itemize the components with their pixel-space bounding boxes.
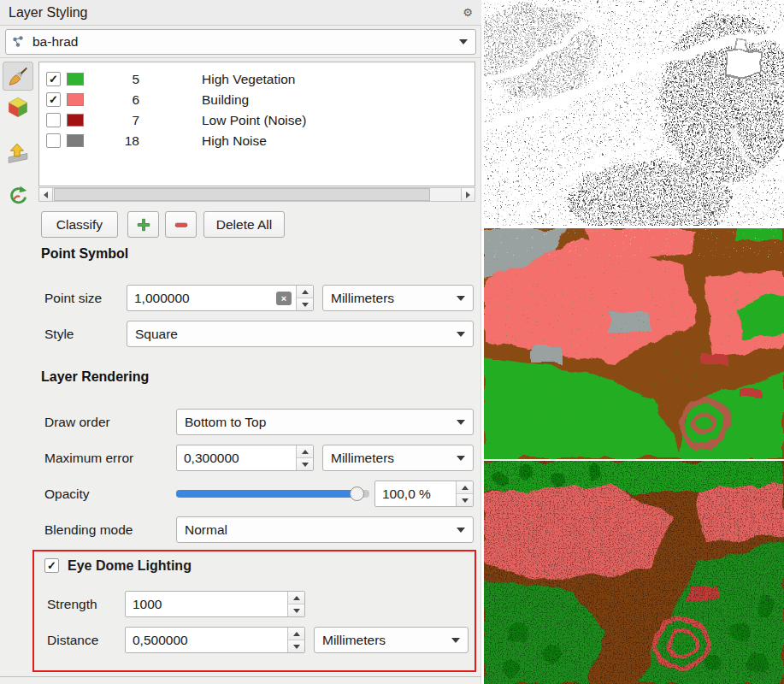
map-preview-column	[484, 0, 784, 684]
spin-down-arrow-icon	[302, 463, 309, 467]
scroll-right-arrow-icon	[466, 192, 470, 198]
spin-down-button[interactable]	[297, 458, 313, 470]
preview-sketch-render	[484, 0, 784, 226]
class-row[interactable]: 18 High Noise 1,	[39, 131, 475, 151]
eye-dome-lighting-checkbox[interactable]: ✓	[44, 558, 59, 573]
distance-unit-select[interactable]: Millimeters	[314, 627, 469, 653]
spin-down-arrow-icon	[302, 303, 309, 307]
class-label: Low Point (Noise)	[202, 110, 306, 131]
layer-selector-bar: ba-hrad	[0, 26, 481, 58]
class-code: 7	[103, 110, 139, 131]
point-symbol-heading: Point Symbol	[41, 246, 128, 262]
point-size-unit-select[interactable]: Millimeters	[322, 285, 474, 311]
styling-tab-strip	[2, 62, 36, 212]
tab-elevation[interactable]	[3, 139, 33, 168]
class-color-swatch[interactable]	[67, 114, 84, 127]
scroll-left-button[interactable]	[39, 188, 53, 201]
spin-down-arrow-icon	[462, 498, 469, 503]
spinner	[456, 481, 473, 506]
tab-history[interactable]	[3, 181, 33, 210]
class-visibility-checkbox[interactable]: ✓	[46, 92, 61, 107]
chevron-down-icon	[457, 332, 465, 337]
style-select[interactable]: Square	[127, 321, 474, 347]
distance-label: Distance	[47, 627, 98, 653]
tab-3d-symbology[interactable]	[3, 92, 33, 121]
scroll-right-button[interactable]	[461, 188, 475, 201]
eye-dome-lighting-heading: Eye Dome Lighting	[68, 557, 192, 574]
point-cloud-classification-image	[484, 228, 784, 459]
preview-edl-render	[484, 461, 784, 684]
draw-order-select[interactable]: Bottom to Top	[176, 409, 474, 435]
class-visibility-checkbox[interactable]: ✓	[46, 72, 61, 86]
delete-all-button[interactable]: Delete All	[203, 211, 285, 238]
class-color-swatch[interactable]	[67, 73, 84, 86]
blending-mode-select[interactable]: Normal	[176, 516, 474, 543]
spin-up-button[interactable]	[297, 286, 313, 298]
chevron-down-icon	[459, 39, 468, 44]
class-color-swatch[interactable]	[67, 134, 84, 147]
blending-mode-label: Blending mode	[44, 516, 133, 543]
spin-down-arrow-icon	[293, 645, 300, 649]
chevron-down-icon	[457, 456, 465, 461]
class-label: Building	[202, 90, 249, 110]
class-visibility-checkbox[interactable]	[46, 113, 61, 127]
spin-down-button[interactable]	[457, 494, 473, 506]
spin-up-button[interactable]	[297, 445, 313, 458]
spin-up-arrow-icon	[302, 450, 309, 454]
elevation-arrow-icon	[7, 142, 29, 164]
qgis-window: Layer Styling ⚙ ba-hrad	[0, 0, 784, 684]
eye-dome-lighting-row: ✓ Eye Dome Lighting	[44, 557, 192, 574]
opacity-label: Opacity	[44, 481, 90, 507]
maximum-error-spinbox	[176, 445, 314, 471]
opacity-slider[interactable]	[176, 481, 369, 507]
history-arrows-icon	[7, 185, 29, 207]
tab-symbology[interactable]	[3, 62, 33, 91]
chevron-down-icon	[457, 296, 465, 301]
maximum-error-unit-select[interactable]: Millimeters	[322, 445, 474, 471]
slider-handle[interactable]	[350, 486, 364, 501]
spin-down-button[interactable]	[288, 640, 304, 652]
panel-titlebar: Layer Styling ⚙	[0, 0, 481, 26]
class-code: 5	[103, 69, 139, 90]
opacity-input[interactable]	[375, 481, 454, 506]
add-class-button[interactable]	[127, 211, 159, 238]
cube-3d-icon	[7, 96, 29, 118]
spinner	[287, 628, 304, 652]
slider-fill	[176, 490, 357, 498]
clear-field-icon[interactable]: ×	[276, 292, 292, 305]
class-code: 6	[103, 90, 139, 110]
table-horizontal-scrollbar[interactable]	[38, 187, 475, 202]
scroll-left-arrow-icon	[44, 192, 48, 198]
remove-class-button[interactable]	[165, 211, 197, 238]
spin-down-button[interactable]	[288, 604, 304, 616]
point-cloud-layer-icon	[11, 35, 25, 49]
minus-icon	[174, 217, 189, 233]
maximum-error-input[interactable]	[177, 445, 294, 470]
classification-table[interactable]: ✓ 5 High Vegetation 37, ✓ 6 Building 21,…	[38, 62, 475, 186]
class-row[interactable]: ✓ 5 High Vegetation 37,	[39, 69, 475, 90]
class-row[interactable]: 7 Low Point (Noise) 1,	[39, 110, 475, 131]
distance-spinbox	[125, 627, 305, 653]
strength-input[interactable]	[126, 592, 286, 616]
panel-title: Layer Styling	[9, 5, 88, 21]
panel-options-gear-icon[interactable]: ⚙	[463, 6, 473, 19]
class-color-swatch[interactable]	[67, 93, 84, 106]
classify-button[interactable]: Classify	[41, 211, 118, 238]
class-visibility-checkbox[interactable]	[46, 133, 61, 148]
spin-down-button[interactable]	[297, 298, 313, 310]
class-label: High Vegetation	[202, 69, 295, 90]
maximum-error-label: Maximum error	[44, 445, 133, 471]
point-size-input[interactable]	[127, 286, 294, 310]
layer-rendering-heading: Layer Rendering	[41, 369, 149, 385]
distance-input[interactable]	[126, 628, 286, 652]
spin-up-button[interactable]	[457, 481, 473, 494]
layer-selector[interactable]: ba-hrad	[5, 29, 476, 55]
spin-up-button[interactable]	[288, 592, 304, 604]
spin-up-button[interactable]	[288, 628, 304, 640]
scrollbar-thumb[interactable]	[54, 188, 430, 201]
point-size-label: Point size	[44, 285, 102, 311]
strength-label: Strength	[47, 591, 97, 617]
spin-up-arrow-icon	[462, 486, 469, 490]
class-row[interactable]: ✓ 6 Building 21,	[39, 90, 475, 110]
chevron-down-icon	[457, 528, 465, 533]
